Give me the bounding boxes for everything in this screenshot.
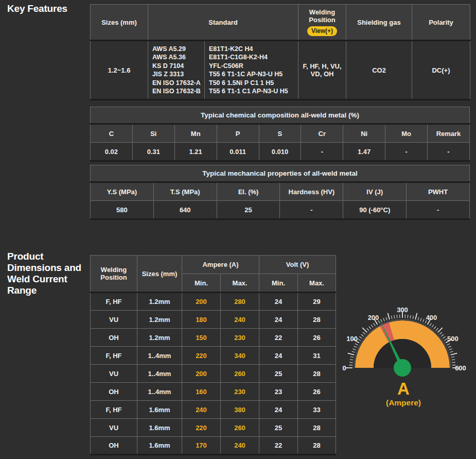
volt-max-cell: 26 (298, 383, 336, 401)
volt-min-cell: 24 (259, 311, 298, 329)
chem-header-cell: C (91, 124, 133, 143)
current-range-row: VU1.2mm1802402428 (91, 311, 336, 329)
gauge-tick (418, 317, 419, 320)
mech-value-cell: - (407, 201, 470, 219)
gauge-tick (350, 356, 354, 357)
current-header-amp-min: Min. (182, 274, 221, 293)
current-header-volt-max: Max. (298, 274, 336, 293)
current-header-sizes: Sizes (mm) (137, 256, 182, 293)
gauge-tick (352, 351, 355, 352)
volt-max-cell: 31 (298, 347, 336, 365)
current-header-amp-max: Max. (221, 274, 259, 293)
size-cell: 1.6mm (137, 419, 182, 437)
chem-value-cell: 0.02 (91, 143, 133, 161)
chem-header-cell: Mn (174, 124, 217, 143)
view-plus-button[interactable]: View(+) (307, 26, 337, 36)
chem-header-cell: Mo (385, 124, 428, 143)
ampere-max-cell: 380 (221, 401, 259, 419)
current-header-volt-min: Min. (259, 274, 298, 293)
ampere-max-cell: 280 (221, 293, 259, 311)
volt-min-cell: 25 (259, 365, 298, 383)
chem-value-cell: - (428, 143, 470, 161)
size-cell: 1..4mm (137, 347, 182, 365)
gauge-tick (451, 356, 454, 357)
chem-value-cell: - (301, 143, 343, 161)
current-range-row: VU1..4mm2002602528 (91, 365, 336, 383)
gauge-tick (420, 318, 421, 321)
chemical-composition-table: Typical chemical composition all-weld me… (90, 107, 470, 162)
ampere-max-cell: 260 (221, 365, 259, 383)
chem-header-cell: Ni (343, 124, 385, 143)
mech-header-cell: T.S (MPa) (153, 182, 217, 201)
mech-header-cell: El. (%) (217, 182, 280, 201)
size-cell: 1..4mm (137, 365, 182, 383)
size-cell: 1.6mm (137, 401, 182, 419)
gauge-tick (432, 325, 434, 327)
ampere-max-cell: 240 (221, 437, 259, 455)
gauge-unit-caption: (Ampere) (336, 398, 471, 407)
spec-standard-col2: E81T1-K2C H4 E81T1-C1G8-K2-H4 YFL-C506R … (205, 41, 298, 100)
ampere-max-cell: 240 (221, 311, 259, 329)
chem-value-cell: 0.31 (132, 143, 174, 161)
gauge-tick (450, 351, 453, 352)
spec-shielding-gas-value: CO2 (346, 41, 412, 100)
spec-table: Sizes (mm) Standard Welding Position Vie… (90, 4, 470, 100)
chem-header-cell: S (259, 124, 301, 143)
gauge-tick (408, 315, 408, 318)
mechanical-table-title: Typical mechanical properties of all-wel… (91, 165, 470, 182)
ampere-min-cell: 200 (182, 293, 221, 311)
current-range-row: F, HF1.6mm2403802433 (91, 401, 336, 419)
ampere-gauge: 0100200300400500600 (336, 300, 471, 382)
ampere-max-cell: 260 (221, 419, 259, 437)
spec-header-shielding-gas: Shielding gas (346, 5, 412, 41)
gauge-tick (367, 328, 369, 331)
mech-header-cell: Hardness (HV) (280, 182, 343, 201)
spec-header-standard: Standard (148, 5, 298, 41)
gauge-tick (438, 328, 443, 332)
gauge-tick (388, 313, 390, 320)
size-cell: 1.2mm (137, 311, 182, 329)
ampere-min-cell: 220 (182, 419, 221, 437)
gauge-tick (374, 323, 376, 326)
mech-value-cell: 90 (-60°C) (343, 201, 407, 219)
key-features-heading: Key Features (7, 3, 67, 14)
volt-min-cell: 24 (259, 401, 298, 419)
spec-sizes-value: 1.2~1.6 (91, 41, 148, 100)
volt-min-cell: 24 (259, 347, 298, 365)
mech-value-cell: 25 (217, 201, 280, 219)
gauge-tick (383, 318, 384, 321)
spec-header-sizes: Sizes (mm) (91, 5, 148, 41)
gauge-tick (355, 344, 358, 345)
product-dimensions-heading: Product Dimensions and Weld Current Rang… (7, 251, 90, 296)
chem-value-cell: - (385, 143, 428, 161)
chem-value-cell: 0.011 (217, 143, 259, 161)
welding-position-cell: VU (91, 365, 137, 383)
gauge-tick (441, 334, 444, 336)
ampere-max-cell: 340 (221, 347, 259, 365)
gauge-tick (452, 360, 455, 360)
spec-welding-position-value: F, HF, H, VU, VD, OH (298, 41, 346, 100)
gauge-tick (369, 327, 371, 329)
current-header-volt: Volt (V) (259, 256, 336, 274)
volt-min-cell: 24 (259, 293, 298, 311)
gauge-tick (350, 360, 353, 360)
ampere-min-cell: 160 (182, 383, 221, 401)
volt-min-cell: 22 (259, 437, 298, 455)
size-cell: 1.2mm (137, 293, 182, 311)
volt-max-cell: 26 (298, 329, 336, 347)
gauge-tick (443, 336, 445, 338)
ampere-min-cell: 180 (182, 311, 221, 329)
welding-position-cell: OH (91, 437, 137, 455)
gauge-tick (362, 328, 367, 332)
volt-min-cell: 23 (259, 383, 298, 401)
chem-value-cell: 1.21 (174, 143, 217, 161)
gauge-hub (394, 359, 411, 377)
ampere-min-cell: 200 (182, 365, 221, 383)
ampere-min-cell: 170 (182, 437, 221, 455)
gauge-tick (394, 315, 395, 318)
mech-header-cell: IV (J) (343, 182, 407, 201)
gauge-tick (352, 349, 356, 350)
volt-max-cell: 33 (298, 401, 336, 419)
gauge-tick (448, 346, 451, 348)
spec-standard-col1: AWS A5.29 AWS A5.36 KS D 7104 JIS Z 3313… (148, 41, 205, 100)
